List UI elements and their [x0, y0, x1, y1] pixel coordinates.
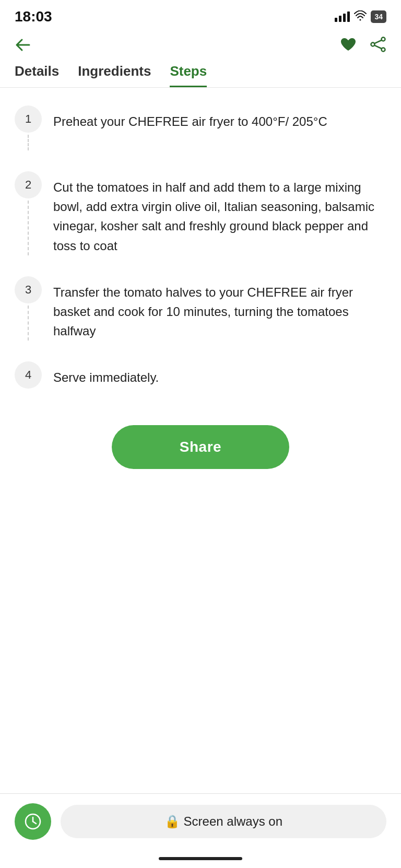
- step-text-1: Preheat your CHEFREE air fryer to 400°F/…: [53, 105, 386, 150]
- bottom-bar: 🔒 Screen always on: [0, 793, 401, 868]
- tab-steps[interactable]: Steps: [170, 63, 207, 87]
- clock-icon: [23, 812, 42, 831]
- step-item: 1 Preheat your CHEFREE air fryer to 400°…: [15, 105, 386, 150]
- step-connector: [28, 201, 29, 255]
- step-item: 4 Serve immediately.: [15, 361, 386, 389]
- screen-always-on-row: 🔒 Screen always on: [0, 794, 401, 849]
- share-nav-button[interactable]: [370, 37, 386, 56]
- favorite-button[interactable]: [339, 37, 357, 56]
- svg-point-0: [360, 19, 361, 20]
- nav-bar: [0, 31, 401, 63]
- screen-always-on-text: Screen always on: [184, 814, 282, 828]
- status-time: 18:03: [15, 8, 52, 25]
- clock-button[interactable]: [15, 803, 51, 840]
- status-bar: 18:03 34: [0, 0, 401, 31]
- step-text-3: Transfer the tomato halves to your CHEFR…: [53, 276, 386, 341]
- home-indicator: [0, 849, 401, 868]
- svg-line-8: [33, 822, 36, 824]
- steps-list: 1 Preheat your CHEFREE air fryer to 400°…: [0, 100, 401, 415]
- share-button-container: Share: [0, 425, 401, 469]
- home-bar: [159, 857, 242, 860]
- step-text-2: Cut the tomatoes in half and add them to…: [53, 171, 386, 255]
- svg-line-4: [374, 40, 381, 43]
- battery-icon: 34: [371, 10, 386, 23]
- tabs: Details Ingredients Steps: [0, 63, 401, 88]
- tab-ingredients[interactable]: Ingredients: [78, 63, 151, 87]
- status-icons: 34: [335, 10, 386, 24]
- share-button[interactable]: Share: [112, 425, 289, 469]
- step-number-3: 3: [15, 276, 42, 303]
- tab-details[interactable]: Details: [15, 63, 59, 87]
- svg-line-5: [374, 45, 381, 49]
- signal-icon: [335, 11, 350, 22]
- lock-icon: 🔒: [164, 814, 180, 828]
- step-number-4: 4: [15, 361, 42, 389]
- step-text-4: Serve immediately.: [53, 361, 386, 389]
- step-item: 2 Cut the tomatoes in half and add them …: [15, 171, 386, 255]
- step-item: 3 Transfer the tomato halves to your CHE…: [15, 276, 386, 341]
- step-number-1: 1: [15, 105, 42, 133]
- step-number-2: 2: [15, 171, 42, 198]
- nav-right-icons: [339, 37, 386, 56]
- back-button[interactable]: [15, 38, 31, 55]
- wifi-icon: [354, 10, 367, 24]
- screen-always-on-label: 🔒 Screen always on: [61, 805, 386, 838]
- step-connector: [28, 306, 29, 341]
- step-connector: [28, 135, 29, 150]
